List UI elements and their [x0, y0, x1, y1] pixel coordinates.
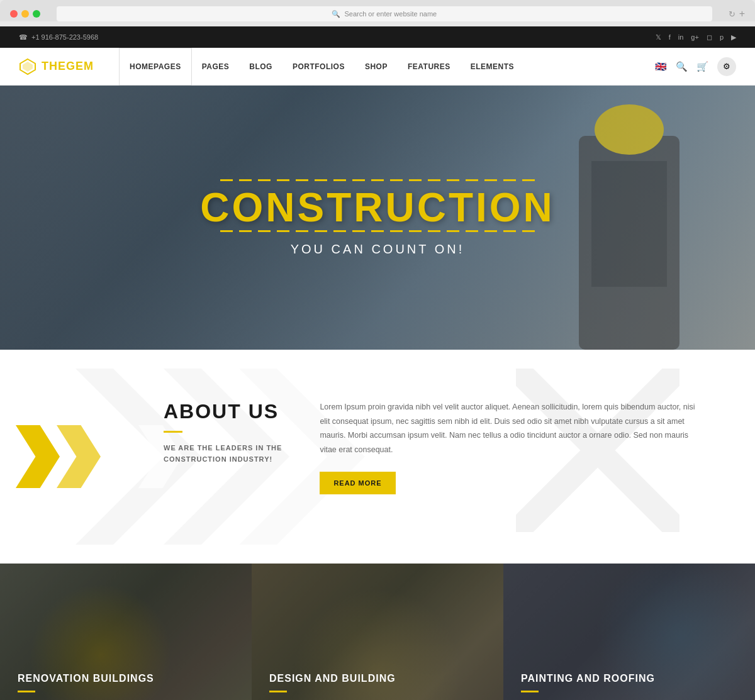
nav-elements[interactable]: ELEMENTS	[461, 48, 524, 86]
nav-pages[interactable]: PAGES	[192, 48, 240, 86]
svg-marker-1	[23, 62, 33, 72]
address-bar[interactable]: 🔍 Search or enter website name	[57, 6, 712, 21]
about-subtitle: WE ARE THE LEADERS IN THECONSTRUCTION IN…	[164, 443, 282, 465]
website-container: ☎ +1 916-875-223-5968 𝕏 f in g+ ◻ p ▶ TH…	[0, 26, 755, 700]
nav-portfolios[interactable]: PORTFOLIOS	[282, 48, 355, 86]
twitter-link[interactable]: 𝕏	[656, 33, 661, 42]
close-dot[interactable]	[10, 10, 18, 18]
settings-button[interactable]: ⚙	[717, 57, 736, 76]
youtube-link[interactable]: ▶	[731, 33, 736, 42]
nav-features[interactable]: FEATURES	[398, 48, 461, 86]
googleplus-link[interactable]: g+	[691, 33, 699, 41]
about-left-column: ABOUT US WE ARE THE LEADERS IN THECONSTR…	[50, 400, 282, 465]
about-right-column: Lorem Ipsum proin gravida nibh vel velit…	[320, 400, 705, 494]
nav-shop[interactable]: SHOP	[355, 48, 398, 86]
pinterest-link[interactable]: p	[720, 33, 724, 41]
hero-bottom-dashes	[200, 230, 555, 232]
service-card-2-content: DESIGN AND BUILDING Duis sed odio sit am…	[269, 673, 486, 700]
svg-point-3	[595, 104, 664, 155]
topbar: ☎ +1 916-875-223-5968 𝕏 f in g+ ◻ p ▶	[0, 26, 755, 48]
hero-title: CONSTRUCTION	[200, 187, 555, 228]
cart-icon[interactable]: 🛒	[696, 61, 708, 72]
browser-chrome: 🔍 Search or enter website name ↻ +	[0, 0, 755, 21]
social-links: 𝕏 f in g+ ◻ p ▶	[656, 33, 736, 42]
maximize-dot[interactable]	[33, 10, 40, 18]
service-divider-3	[521, 691, 539, 692]
top-dash-line	[220, 179, 535, 181]
linkedin-link[interactable]: in	[678, 33, 684, 41]
address-placeholder: Search or enter website name	[344, 10, 437, 18]
instagram-link[interactable]: ◻	[707, 33, 712, 42]
service-card-3[interactable]: PAINTING AND ROOFING Duis sed odio sit a…	[503, 564, 755, 700]
service-card-1-content: RENOVATION BUILDINGS Duis sed odio sit a…	[18, 673, 234, 700]
about-divider	[164, 431, 182, 433]
new-tab-button[interactable]: +	[739, 8, 745, 19]
logo-icon	[19, 58, 36, 75]
service-divider-2	[269, 691, 287, 692]
read-more-button[interactable]: READ MoRE	[320, 472, 395, 494]
about-description: Lorem Ipsum proin gravida nibh vel velit…	[320, 400, 705, 457]
phone-icon: ☎	[19, 33, 28, 42]
flag-icon[interactable]: 🇬🇧	[655, 61, 667, 72]
service-title-1: RENOVATION BUILDINGS	[18, 673, 234, 684]
services-section: RENOVATION BUILDINGS Duis sed odio sit a…	[0, 564, 755, 700]
service-title-3: PAINTING AND ROOFING	[521, 673, 737, 684]
service-card-2[interactable]: DESIGN AND BUILDING Duis sed odio sit am…	[252, 564, 503, 700]
browser-controls: 🔍 Search or enter website name ↻ +	[10, 6, 745, 21]
minimize-dot[interactable]	[21, 10, 29, 18]
logo[interactable]: THEGEM	[19, 58, 94, 75]
phone-number: +1 916-875-223-5968	[31, 33, 98, 41]
facebook-link[interactable]: f	[669, 33, 671, 41]
logo-text: THEGEM	[42, 60, 94, 73]
hero-person-silhouette	[541, 86, 717, 350]
hero-section: CONSTRUCTION YOU CAN COUNT ON!	[0, 86, 755, 350]
nav-blog[interactable]: BLOG	[239, 48, 282, 86]
nav-menu: HOMEPAGES PAGES BLOG PORTFOLIOS SHOP FEA…	[119, 48, 655, 86]
svg-rect-4	[591, 161, 667, 287]
service-title-2: DESIGN AND BUILDING	[269, 673, 486, 684]
service-card-1[interactable]: RENOVATION BUILDINGS Duis sed odio sit a…	[0, 564, 252, 700]
nav-icon-group: 🇬🇧 🔍 🛒 ⚙	[655, 57, 736, 76]
nav-homepages[interactable]: HOMEPAGES	[119, 48, 192, 86]
search-icon: 🔍	[332, 10, 340, 18]
bottom-dash-line	[220, 230, 535, 232]
search-icon[interactable]: 🔍	[676, 61, 688, 72]
hero-top-dashes	[200, 179, 555, 181]
hero-content: CONSTRUCTION YOU CAN COUNT ON!	[187, 167, 568, 269]
main-navigation: THEGEM HOMEPAGES PAGES BLOG PORTFOLIOS S…	[0, 48, 755, 86]
service-card-3-content: PAINTING AND ROOFING Duis sed odio sit a…	[521, 673, 737, 700]
service-divider-1	[18, 691, 35, 692]
hero-subtitle: YOU CAN COUNT ON!	[200, 242, 555, 257]
about-title: ABOUT US	[164, 400, 282, 423]
phone-info: ☎ +1 916-875-223-5968	[19, 33, 98, 42]
about-section: ABOUT US WE ARE THE LEADERS IN THECONSTR…	[0, 350, 755, 564]
refresh-icon[interactable]: ↻	[729, 9, 735, 19]
